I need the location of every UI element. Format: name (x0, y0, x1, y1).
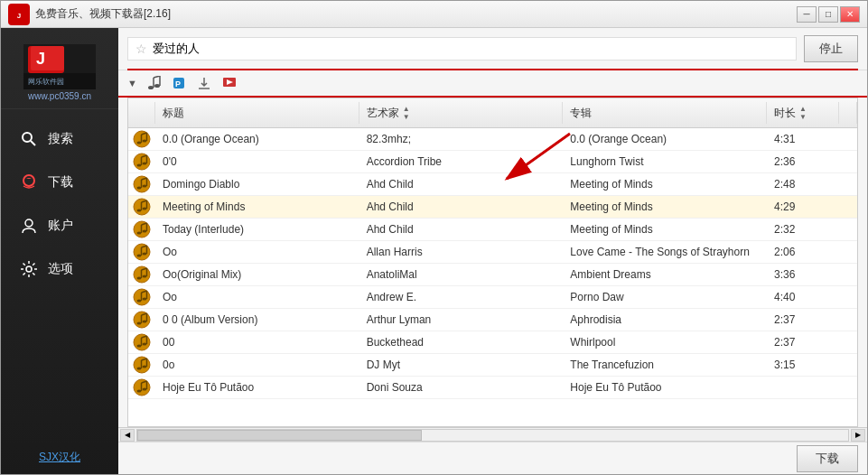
sidebar-item-options[interactable]: 选项 (5, 250, 114, 288)
table-row[interactable]: 0 0 (Album Version)Arthur LymanAphrodisi… (128, 309, 857, 331)
row-album: Whirlpool (563, 332, 767, 352)
minimize-button[interactable]: ─ (797, 6, 817, 23)
row-duration (767, 384, 839, 391)
th-duration[interactable]: 时长 ▲▼ (767, 102, 839, 124)
row-artist: Buckethead (359, 332, 564, 352)
table-container: 标题 艺术家 ▲▼ 专辑 时长 ▲▼ (127, 98, 858, 427)
row-scroll (839, 203, 857, 210)
options-label: 选项 (48, 261, 73, 277)
row-album: The Trancefuzion (563, 355, 767, 375)
table-row[interactable]: Oo(Original Mix)AnatoliMalAmbient Dreams… (128, 264, 857, 286)
table-row[interactable]: 00BucketheadWhirlpool2:37 (128, 331, 857, 354)
music-note-icon (133, 220, 151, 238)
row-duration: 2:37 (767, 310, 839, 330)
table-row[interactable]: 0oDJ MytThe Trancefuzion3:15 (128, 354, 857, 377)
scroll-thumb[interactable] (137, 430, 422, 441)
music-note-icon (133, 198, 151, 216)
music-note-icon (133, 288, 151, 306)
svg-point-8 (23, 133, 32, 142)
sort-artist-icon: ▲▼ (403, 105, 410, 121)
scroll-track[interactable] (136, 429, 849, 442)
row-artist: Ahd Child (359, 219, 564, 239)
row-title: 0.0 (Orange Ocean) (155, 129, 359, 149)
table-row[interactable]: Domingo DiabloAhd ChildMeeting of Minds2… (128, 173, 857, 196)
music-note-icon (133, 130, 151, 148)
row-title: Oo (155, 287, 359, 307)
maximize-button[interactable]: □ (818, 6, 838, 23)
app-logo-svg: J 网乐软件园 (23, 44, 96, 89)
sidebar-item-download[interactable]: 下载 (5, 163, 114, 201)
table-row[interactable]: Hoje Eu Tô PutãooDoni SouzaHoje Eu Tô Pu… (128, 377, 857, 399)
table-body[interactable]: 0.0 (Orange Ocean)82.3mhz;0.0 (Orange Oc… (128, 128, 857, 426)
music-note-icon (133, 265, 151, 284)
row-duration: 4:40 (767, 287, 839, 307)
row-title: Today (Interlude) (155, 219, 359, 239)
row-title: 0 0 (Album Version) (155, 310, 359, 330)
row-title: Domingo Diablo (155, 174, 359, 194)
scroll-left-button[interactable]: ◀ (120, 429, 135, 442)
table-row[interactable]: OoAllan HarrisLove Came - The Songs of S… (128, 241, 857, 264)
th-artist[interactable]: 艺术家 ▲▼ (359, 102, 564, 124)
th-title[interactable]: 标题 (155, 102, 359, 124)
p-toolbar-icon[interactable]: P (170, 74, 188, 92)
row-artist: DJ Myt (359, 355, 564, 375)
search-icon (19, 129, 39, 149)
svg-point-10 (23, 175, 34, 186)
row-duration: 2:32 (767, 219, 839, 239)
row-scroll (839, 135, 857, 143)
table-row[interactable]: 0'0Accordion TribeLunghorn Twist2:36 (128, 151, 857, 173)
row-artist: 82.3mhz; (359, 129, 564, 149)
sidebar-website: www.pc0359.cn (28, 91, 91, 101)
row-album: Porno Daw (563, 287, 767, 307)
sidebar-item-account[interactable]: 账户 (5, 207, 114, 245)
row-scroll (839, 384, 857, 391)
row-artist: Doni Souza (359, 377, 564, 397)
row-title: 0'0 (155, 152, 359, 172)
row-title: 00 (155, 332, 359, 352)
row-album: Ambient Dreams (563, 265, 767, 284)
toolbar-dropdown[interactable]: ▼ (127, 78, 137, 88)
row-icon (128, 241, 155, 263)
download-icon (19, 172, 39, 192)
play-toolbar-icon[interactable] (220, 74, 238, 92)
sidebar-item-search[interactable]: 搜索 (5, 120, 114, 158)
app-logo: J (8, 4, 30, 25)
svg-line-9 (31, 141, 35, 145)
svg-point-11 (25, 219, 33, 227)
music-note-icon (133, 175, 151, 193)
music-note-icon (133, 311, 151, 329)
sidebar-footer-link[interactable]: SJX汉化 (30, 441, 89, 474)
search-input[interactable] (153, 42, 789, 56)
row-title: 0o (155, 355, 359, 375)
row-album: Meeting of Minds (563, 174, 767, 194)
row-duration: 3:36 (767, 265, 839, 284)
table-row[interactable]: Meeting of MindsAhd ChildMeeting of Mind… (128, 196, 857, 219)
sidebar: J 网乐软件园 www.pc0359.cn 搜索 (1, 28, 118, 474)
dropdown-arrow: ▼ (127, 78, 137, 88)
star-icon: ☆ (135, 42, 147, 56)
music-toolbar-icon[interactable] (145, 74, 163, 92)
horizontal-scrollbar[interactable]: ◀ ▶ (118, 427, 867, 442)
account-icon (19, 216, 39, 236)
row-album: 0.0 (Orange Ocean) (563, 129, 767, 149)
download-toolbar-icon[interactable] (195, 74, 213, 92)
svg-text:P: P (175, 79, 181, 88)
row-icon (128, 377, 155, 398)
table-row[interactable]: OoAndrew E.Porno Daw4:40 (128, 286, 857, 309)
stop-button[interactable]: 停止 (804, 35, 858, 62)
row-icon (128, 264, 155, 285)
bottom-bar: 下载 (118, 442, 867, 474)
th-album[interactable]: 专辑 (563, 102, 767, 124)
music-note-icon (133, 378, 151, 396)
row-artist: Allan Harris (359, 242, 564, 262)
download-button[interactable]: 下载 (797, 445, 858, 472)
row-duration: 4:29 (767, 197, 839, 217)
table-row[interactable]: 0.0 (Orange Ocean)82.3mhz;0.0 (Orange Oc… (128, 128, 857, 151)
row-icon (128, 309, 155, 331)
scroll-right-button[interactable]: ▶ (851, 429, 865, 442)
table-row[interactable]: Today (Interlude)Ahd ChildMeeting of Min… (128, 219, 857, 241)
th-scroll (839, 102, 857, 124)
music-note-icon (133, 243, 151, 261)
close-button[interactable]: ✕ (840, 6, 860, 23)
row-scroll (839, 158, 857, 165)
